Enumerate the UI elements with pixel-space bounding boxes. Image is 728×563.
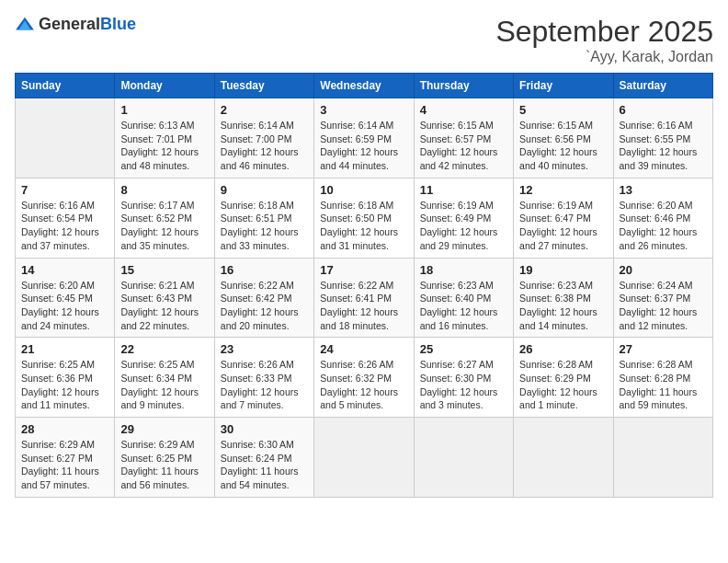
- calendar-cell: 27Sunrise: 6:28 AM Sunset: 6:28 PM Dayli…: [613, 338, 712, 418]
- cell-content: Sunrise: 6:28 AM Sunset: 6:29 PM Dayligh…: [519, 358, 607, 412]
- cell-content: Sunrise: 6:13 AM Sunset: 7:01 PM Dayligh…: [120, 119, 208, 173]
- day-number: 27: [620, 342, 707, 356]
- day-number: 10: [320, 183, 407, 197]
- calendar-cell: 21Sunrise: 6:25 AM Sunset: 6:36 PM Dayli…: [16, 338, 115, 418]
- cell-content: Sunrise: 6:20 AM Sunset: 6:46 PM Dayligh…: [620, 199, 707, 253]
- cell-content: Sunrise: 6:22 AM Sunset: 6:41 PM Dayligh…: [320, 279, 407, 333]
- weekday-header-cell: Sunday: [16, 74, 115, 98]
- day-number: 1: [120, 103, 208, 117]
- cell-content: Sunrise: 6:18 AM Sunset: 6:51 PM Dayligh…: [221, 199, 308, 253]
- day-number: 8: [120, 183, 208, 197]
- cell-content: Sunrise: 6:26 AM Sunset: 6:32 PM Dayligh…: [320, 358, 407, 412]
- calendar-cell: 9Sunrise: 6:18 AM Sunset: 6:51 PM Daylig…: [214, 178, 313, 258]
- cell-content: Sunrise: 6:23 AM Sunset: 6:40 PM Dayligh…: [420, 279, 507, 333]
- calendar-cell: 4Sunrise: 6:15 AM Sunset: 6:57 PM Daylig…: [414, 98, 513, 178]
- cell-content: Sunrise: 6:27 AM Sunset: 6:30 PM Dayligh…: [420, 358, 507, 412]
- calendar-cell: 5Sunrise: 6:15 AM Sunset: 6:56 PM Daylig…: [514, 98, 613, 178]
- cell-content: Sunrise: 6:24 AM Sunset: 6:37 PM Dayligh…: [620, 279, 707, 333]
- calendar-cell: 17Sunrise: 6:22 AM Sunset: 6:41 PM Dayli…: [314, 258, 414, 338]
- calendar-cell: 13Sunrise: 6:20 AM Sunset: 6:46 PM Dayli…: [613, 178, 712, 258]
- day-number: 9: [221, 183, 308, 197]
- calendar-week-row: 1Sunrise: 6:13 AM Sunset: 7:01 PM Daylig…: [16, 98, 713, 178]
- page-header: GeneralBlue September 2025 `Ayy, Karak, …: [15, 15, 713, 65]
- calendar-cell: 12Sunrise: 6:19 AM Sunset: 6:47 PM Dayli…: [514, 178, 613, 258]
- calendar-week-row: 14Sunrise: 6:20 AM Sunset: 6:45 PM Dayli…: [16, 258, 713, 338]
- cell-content: Sunrise: 6:25 AM Sunset: 6:34 PM Dayligh…: [120, 358, 208, 412]
- day-number: 7: [21, 183, 108, 197]
- cell-content: Sunrise: 6:29 AM Sunset: 6:27 PM Dayligh…: [21, 438, 108, 492]
- calendar-cell: 8Sunrise: 6:17 AM Sunset: 6:52 PM Daylig…: [115, 178, 214, 258]
- calendar-cell: [414, 418, 513, 498]
- day-number: 11: [420, 183, 507, 197]
- cell-content: Sunrise: 6:28 AM Sunset: 6:28 PM Dayligh…: [620, 358, 707, 412]
- weekday-header-cell: Thursday: [414, 74, 513, 98]
- location-title: `Ayy, Karak, Jordan: [495, 49, 713, 65]
- day-number: 21: [21, 342, 108, 356]
- calendar-cell: 6Sunrise: 6:16 AM Sunset: 6:55 PM Daylig…: [613, 98, 712, 178]
- day-number: 4: [420, 103, 507, 117]
- weekday-header-cell: Monday: [115, 74, 214, 98]
- calendar-cell: 22Sunrise: 6:25 AM Sunset: 6:34 PM Dayli…: [115, 338, 214, 418]
- cell-content: Sunrise: 6:23 AM Sunset: 6:38 PM Dayligh…: [519, 279, 607, 333]
- cell-content: Sunrise: 6:18 AM Sunset: 6:50 PM Dayligh…: [320, 199, 407, 253]
- month-title: September 2025: [495, 15, 713, 49]
- cell-content: Sunrise: 6:14 AM Sunset: 7:00 PM Dayligh…: [221, 119, 308, 173]
- weekday-header-cell: Saturday: [613, 74, 712, 98]
- calendar-cell: 3Sunrise: 6:14 AM Sunset: 6:59 PM Daylig…: [314, 98, 414, 178]
- day-number: 15: [120, 263, 208, 277]
- weekday-header-row: SundayMondayTuesdayWednesdayThursdayFrid…: [16, 74, 713, 98]
- day-number: 2: [221, 103, 308, 117]
- cell-content: Sunrise: 6:15 AM Sunset: 6:56 PM Dayligh…: [519, 119, 607, 173]
- cell-content: Sunrise: 6:16 AM Sunset: 6:54 PM Dayligh…: [21, 199, 108, 253]
- day-number: 29: [120, 422, 208, 436]
- day-number: 30: [221, 422, 308, 436]
- calendar-cell: 18Sunrise: 6:23 AM Sunset: 6:40 PM Dayli…: [414, 258, 513, 338]
- calendar-cell: 26Sunrise: 6:28 AM Sunset: 6:29 PM Dayli…: [514, 338, 613, 418]
- logo-text-general: General: [39, 15, 100, 33]
- weekday-header-cell: Wednesday: [314, 74, 414, 98]
- calendar-header: SundayMondayTuesdayWednesdayThursdayFrid…: [16, 74, 713, 98]
- day-number: 20: [620, 263, 707, 277]
- day-number: 23: [221, 342, 308, 356]
- day-number: 24: [320, 342, 407, 356]
- calendar-cell: 23Sunrise: 6:26 AM Sunset: 6:33 PM Dayli…: [214, 338, 313, 418]
- weekday-header-cell: Tuesday: [214, 74, 313, 98]
- day-number: 5: [519, 103, 607, 117]
- cell-content: Sunrise: 6:25 AM Sunset: 6:36 PM Dayligh…: [21, 358, 108, 412]
- calendar-cell: 10Sunrise: 6:18 AM Sunset: 6:50 PM Dayli…: [314, 178, 414, 258]
- day-number: 26: [519, 342, 607, 356]
- calendar-week-row: 21Sunrise: 6:25 AM Sunset: 6:36 PM Dayli…: [16, 338, 713, 418]
- calendar-cell: 7Sunrise: 6:16 AM Sunset: 6:54 PM Daylig…: [16, 178, 115, 258]
- cell-content: Sunrise: 6:16 AM Sunset: 6:55 PM Dayligh…: [620, 119, 707, 173]
- calendar-cell: 25Sunrise: 6:27 AM Sunset: 6:30 PM Dayli…: [414, 338, 513, 418]
- day-number: 18: [420, 263, 507, 277]
- cell-content: Sunrise: 6:30 AM Sunset: 6:24 PM Dayligh…: [221, 438, 308, 492]
- day-number: 22: [120, 342, 208, 356]
- calendar-cell: 16Sunrise: 6:22 AM Sunset: 6:42 PM Dayli…: [214, 258, 313, 338]
- calendar-cell: 30Sunrise: 6:30 AM Sunset: 6:24 PM Dayli…: [214, 418, 313, 498]
- logo: GeneralBlue: [15, 15, 136, 35]
- calendar-body: 1Sunrise: 6:13 AM Sunset: 7:01 PM Daylig…: [16, 98, 713, 498]
- logo-icon: [15, 15, 35, 35]
- calendar-cell: 28Sunrise: 6:29 AM Sunset: 6:27 PM Dayli…: [16, 418, 115, 498]
- cell-content: Sunrise: 6:19 AM Sunset: 6:47 PM Dayligh…: [519, 199, 607, 253]
- calendar-cell: 24Sunrise: 6:26 AM Sunset: 6:32 PM Dayli…: [314, 338, 414, 418]
- cell-content: Sunrise: 6:29 AM Sunset: 6:25 PM Dayligh…: [120, 438, 208, 492]
- calendar-cell: 20Sunrise: 6:24 AM Sunset: 6:37 PM Dayli…: [613, 258, 712, 338]
- day-number: 12: [519, 183, 607, 197]
- cell-content: Sunrise: 6:15 AM Sunset: 6:57 PM Dayligh…: [420, 119, 507, 173]
- calendar-cell: 2Sunrise: 6:14 AM Sunset: 7:00 PM Daylig…: [214, 98, 313, 178]
- cell-content: Sunrise: 6:17 AM Sunset: 6:52 PM Dayligh…: [120, 199, 208, 253]
- weekday-header-cell: Friday: [514, 74, 613, 98]
- calendar-cell: 15Sunrise: 6:21 AM Sunset: 6:43 PM Dayli…: [115, 258, 214, 338]
- cell-content: Sunrise: 6:22 AM Sunset: 6:42 PM Dayligh…: [221, 279, 308, 333]
- logo-text-blue: Blue: [100, 15, 136, 33]
- calendar-cell: [314, 418, 414, 498]
- cell-content: Sunrise: 6:20 AM Sunset: 6:45 PM Dayligh…: [21, 279, 108, 333]
- calendar-cell: 29Sunrise: 6:29 AM Sunset: 6:25 PM Dayli…: [115, 418, 214, 498]
- day-number: 16: [221, 263, 308, 277]
- day-number: 14: [21, 263, 108, 277]
- day-number: 3: [320, 103, 407, 117]
- title-block: September 2025 `Ayy, Karak, Jordan: [495, 15, 713, 65]
- calendar-cell: [613, 418, 712, 498]
